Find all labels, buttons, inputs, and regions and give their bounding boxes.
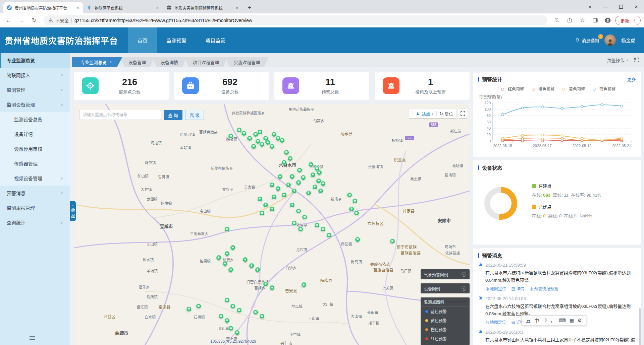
monitor-point-marker[interactable]: ✱ <box>271 194 277 200</box>
monitor-point-marker[interactable]: ✱ <box>312 184 318 190</box>
monitor-point-marker[interactable]: ✱ <box>234 330 240 335</box>
share-icon[interactable] <box>564 15 575 26</box>
weather-legend-toggle[interactable]: 气象预警图例 ∧ <box>421 269 470 279</box>
browser-menu-icon[interactable]: ⋮ <box>632 18 637 23</box>
ime-button-3[interactable]: ， <box>551 317 555 324</box>
header-nav-item[interactable]: 监测预警 <box>157 27 196 53</box>
monitor-point-marker[interactable]: ✱ <box>301 175 306 180</box>
page-tab[interactable]: 实施过程管理 <box>225 57 269 67</box>
header-nav-item[interactable]: 项目监管 <box>196 27 235 53</box>
browser-profile-avatar[interactable] <box>602 15 613 26</box>
monitor-point-marker[interactable]: ✱ <box>269 144 275 149</box>
browser-tab[interactable]: 地质灾害监测预警管理系统× <box>163 2 243 13</box>
monitor-point-marker[interactable]: ✱ <box>269 206 275 212</box>
panel-scrollbar[interactable] <box>639 308 641 345</box>
points-legend-title[interactable]: 监测点图例 <box>421 297 470 307</box>
device-legend-toggle[interactable]: 设备图例 ∧ <box>421 283 470 293</box>
monitor-point-marker[interactable]: ✱ <box>286 182 291 188</box>
ime-button-2[interactable]: ☽ <box>543 318 547 323</box>
monitor-point-marker[interactable]: ✱ <box>317 170 322 175</box>
monitor-point-marker[interactable]: ✱ <box>281 192 287 198</box>
sidebar-item[interactable]: 监测周报管理 <box>0 200 70 215</box>
message-link[interactable]: ◎地图定位 <box>485 319 506 325</box>
sidebar-item[interactable]: 设备停用审核 <box>0 141 70 156</box>
new-tab-button[interactable]: + <box>245 3 254 12</box>
monitor-point-marker[interactable]: ✱ <box>224 318 230 323</box>
site-dropdown[interactable]: 站点 ∨ <box>416 111 434 117</box>
message-link[interactable]: ◎地图定位 <box>485 286 506 291</box>
ime-button-5[interactable]: ▦ <box>570 318 574 323</box>
monitor-point-marker[interactable]: ✱ <box>306 190 311 196</box>
monitor-point-marker[interactable]: ✱ <box>224 251 230 256</box>
sidebar-item[interactable]: 视频设备管理∨ <box>0 171 70 186</box>
ime-button-1[interactable]: 中 <box>534 317 539 324</box>
monitor-point-marker[interactable]: ✱ <box>224 226 230 232</box>
security-label[interactable]: 不安全 <box>56 17 69 23</box>
monitor-point-marker[interactable]: ✱ <box>243 257 248 262</box>
sidebar-item[interactable]: 物联网接入∨ <box>0 68 70 82</box>
monitor-point-marker[interactable]: ✱ <box>251 144 256 149</box>
map-fullscreen-button[interactable] <box>458 109 468 118</box>
sidebar-menu-icon[interactable] <box>30 335 35 341</box>
page-tab[interactable]: 设备详情 <box>152 57 187 67</box>
map[interactable]: 兴发苗族彝族回族乡董地苗族彝族乡勺窝乡纳雍县哈喇河镇猴场镇苗族自治县么站镇海拉镇… <box>74 104 470 345</box>
monitor-point-marker[interactable]: ✱ <box>247 136 252 141</box>
monitor-point-marker[interactable]: ✱ <box>354 210 359 216</box>
sidebar-item[interactable]: 专业监测总览 <box>0 53 70 68</box>
minimize-button[interactable]: — <box>598 0 613 13</box>
page-tab[interactable]: 专业监测总览× <box>72 57 122 67</box>
message-link[interactable]: ▤详情 <box>512 286 524 291</box>
monitor-point-marker[interactable]: ✱ <box>222 261 228 266</box>
tab-close-icon[interactable]: × <box>109 60 112 64</box>
monitor-point-marker[interactable]: ✱ <box>224 297 230 303</box>
page-tab[interactable]: 项目过程管理 <box>184 57 228 67</box>
query-button[interactable]: 查 询 <box>164 110 182 120</box>
monitor-point-marker[interactable]: ✱ <box>257 196 263 202</box>
sidebar-item[interactable]: 监测设备管理∧ <box>0 97 70 112</box>
expand-tabs-icon[interactable] <box>634 58 639 62</box>
tab-actions-dropdown[interactable]: 页签操作 ∨ <box>607 57 629 63</box>
page-tab[interactable]: 设备管理 <box>120 57 155 67</box>
monitor-point-marker[interactable]: ✱ <box>355 237 360 242</box>
tab-close-icon[interactable]: × <box>75 5 80 10</box>
sidebar-item[interactable]: 传感器管理 <box>0 156 70 171</box>
monitor-point-marker[interactable]: ✱ <box>263 202 268 208</box>
monitor-point-marker[interactable]: ✱ <box>253 132 258 137</box>
tab-close-icon[interactable]: × <box>235 5 239 10</box>
message-link[interactable]: ◎预警快报预览 <box>530 286 558 291</box>
sidebar-item[interactable]: 监测设备总览 <box>0 112 70 127</box>
user-avatar[interactable] <box>604 34 616 46</box>
chart-legend-item[interactable]: 橙色预警 <box>529 86 554 92</box>
monitor-search-input[interactable] <box>79 110 161 120</box>
sidebar-collapse-button[interactable]: « 收起 <box>70 201 76 221</box>
monitor-point-marker[interactable]: ✱ <box>249 263 254 268</box>
monitor-point-marker[interactable]: ✱ <box>281 160 287 165</box>
sidebar-item[interactable]: 设备详情 <box>0 127 70 141</box>
sidebar-item[interactable]: 查询统计∨ <box>0 215 70 230</box>
update-button[interactable]: 更新 ⋮ <box>615 16 641 25</box>
reload-button[interactable]: ↻ <box>29 15 40 26</box>
forward-button[interactable]: → <box>16 15 27 26</box>
map-reset-button[interactable]: ↻ 复位 <box>439 111 453 117</box>
monitor-point-marker[interactable]: ✱ <box>255 139 261 144</box>
ime-button-4[interactable]: ⌨ <box>559 318 566 323</box>
chart-legend-item[interactable]: 红色预警 <box>499 86 524 92</box>
bookmark-star-icon[interactable]: ☆ <box>577 15 588 26</box>
url-bar[interactable]: 不安全 gz1155.cn/xzIframe?http%3A%2F%2Fwww.… <box>44 15 547 25</box>
monitor-point-marker[interactable]: ✱ <box>186 306 192 312</box>
url-text[interactable]: gz1155.cn/xzIframe?http%3A%2F%2Fwww.gz11… <box>74 18 252 23</box>
chart-legend-item[interactable]: 蓝色预警 <box>590 86 615 92</box>
chart-legend-item[interactable]: 黄色预警 <box>560 86 585 92</box>
monitor-point-marker[interactable]: ✱ <box>255 267 260 272</box>
monitor-point-marker[interactable]: ✱ <box>314 222 320 228</box>
monitor-point-marker[interactable]: ✱ <box>297 167 302 173</box>
close-window-button[interactable]: ✕ <box>629 0 644 13</box>
browser-tab[interactable]: 贵州省地质灾害防治指挥平台× <box>3 2 83 13</box>
zoom-out-indicator-icon[interactable] <box>551 15 562 26</box>
side-panel-icon[interactable] <box>590 15 600 26</box>
monitor-point-marker[interactable]: ✱ <box>289 202 295 208</box>
restore-button[interactable] <box>613 0 629 13</box>
ime-button-6[interactable]: ⚙ <box>578 318 582 323</box>
tab-search-chevron-icon[interactable]: ∨ <box>582 0 598 13</box>
monitor-point-marker[interactable]: ✱ <box>284 150 289 155</box>
